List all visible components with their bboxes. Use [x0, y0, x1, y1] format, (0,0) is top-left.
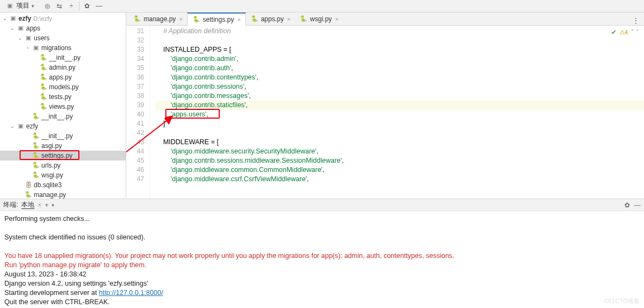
tree-folder-apps[interactable]: ⌄ ▣ apps: [0, 23, 126, 33]
tree-file[interactable]: 🐍views.py: [0, 102, 126, 112]
code-line: # Application definition: [156, 27, 644, 36]
chevron-down-icon: ▾: [32, 3, 34, 9]
close-icon[interactable]: ×: [287, 16, 290, 22]
chevron-right-icon[interactable]: ›: [24, 45, 32, 51]
tree-file-settings[interactable]: 🐍settings.py: [0, 151, 126, 161]
minimize-icon[interactable]: —: [94, 1, 104, 11]
tree-file[interactable]: 🐍asgi.py: [0, 141, 126, 151]
terminal-settings-icon[interactable]: ✿: [624, 201, 630, 209]
terminal-label: 终端:: [3, 200, 18, 210]
close-icon[interactable]: ×: [237, 16, 240, 23]
more-tabs-icon[interactable]: ⋮: [628, 16, 644, 25]
python-icon: 🐍: [32, 112, 40, 121]
terminal-line-warning: Run 'python manage.py migrate' to apply …: [4, 261, 640, 270]
code-line: [156, 128, 644, 138]
editor-area: 🐍manage.py×🐍settings.py×🐍apps.py×🐍wsgi.p…: [126, 13, 644, 199]
project-tree[interactable]: ⌄ ▣ ezfy D:\ezfy ⌄ ▣ apps ⌄ ▣ users ›: [0, 13, 126, 199]
python-icon: 🐍: [32, 132, 40, 140]
close-icon[interactable]: ×: [335, 16, 338, 22]
tree-file[interactable]: 🐍urls.py: [0, 161, 126, 170]
tree-folder-ezfy[interactable]: ⌄ ▣ ezfy: [0, 121, 126, 131]
tree-root[interactable]: ⌄ ▣ ezfy D:\ezfy: [0, 14, 126, 23]
editor-tab-bar: 🐍manage.py×🐍settings.py×🐍apps.py×🐍wsgi.p…: [126, 13, 644, 26]
annotation-box: [20, 150, 79, 160]
folder-icon: ▣: [5, 2, 14, 10]
add-terminal-icon[interactable]: +: [45, 201, 48, 209]
python-icon: 🐍: [39, 83, 48, 91]
code-view[interactable]: ✔ ⚠4 ˆ ˇ # Application definition INSTAL…: [150, 26, 644, 199]
editor-body[interactable]: 3132333435363738394041424344454647 ✔ ⚠4 …: [126, 26, 644, 199]
line-gutter: 3132333435363738394041424344454647: [126, 26, 150, 199]
code-line: 'django.contrib.sessions.middleware.Sess…: [156, 156, 644, 165]
python-icon: 🐍: [32, 171, 40, 180]
tree-folder-users[interactable]: ⌄ ▣ users: [0, 33, 126, 43]
inspection-badge[interactable]: ✔ ⚠4 ˆ ˇ: [611, 28, 639, 37]
python-icon: 🐍: [39, 73, 48, 82]
editor-tab[interactable]: 🐍wsgi.py×: [295, 13, 343, 25]
folder-icon: ▣: [16, 24, 25, 33]
code-line: 'django.contrib.staticfiles',: [156, 101, 644, 110]
tree-file[interactable]: 🐍tests.py: [0, 92, 126, 102]
tree-file[interactable]: 🐍manage.py: [0, 190, 126, 199]
code-line: 'django.contrib.contenttypes',: [156, 73, 644, 82]
python-icon: 🐍: [39, 53, 48, 62]
tree-file[interactable]: 🐍__init__.py: [0, 53, 126, 63]
python-icon: 🐍: [39, 102, 48, 111]
tab-label: manage.py: [144, 15, 176, 23]
terminal-panel: 终端: 本地 × + ▾ ✿ — Performing system check…: [0, 199, 644, 308]
code-line: ]: [156, 119, 644, 128]
code-line: 'django.contrib.sessions',: [156, 82, 644, 91]
separator: [79, 2, 79, 10]
code-line: 'apps.users',: [156, 110, 644, 119]
python-icon: 🐍: [299, 15, 308, 23]
tree-folder-migrations[interactable]: › ▣ migrations: [0, 43, 126, 53]
editor-tab[interactable]: 🐍apps.py×: [246, 13, 295, 25]
terminal-line: System check identified no issues (0 sil…: [4, 233, 640, 242]
chevron-up-icon[interactable]: ˆ: [631, 28, 634, 37]
terminal-minimize-icon[interactable]: —: [634, 201, 641, 209]
tab-label: wsgi.py: [310, 15, 332, 23]
editor-tab[interactable]: 🐍manage.py×: [128, 13, 187, 25]
chevron-down-icon[interactable]: ⌄: [1, 16, 9, 21]
tree-file[interactable]: 🐍__init__.py: [0, 131, 126, 141]
code-line: 'django.middleware.security.SecurityMidd…: [156, 147, 644, 156]
chevron-down-icon[interactable]: ⌄: [16, 35, 24, 41]
python-icon: 🐍: [32, 161, 40, 170]
python-icon: 🐍: [133, 15, 141, 23]
settings-icon[interactable]: ✿: [82, 1, 92, 11]
chevron-down-icon[interactable]: ▾: [52, 202, 54, 208]
expand-icon[interactable]: ⇆: [54, 1, 65, 11]
close-icon[interactable]: ×: [179, 16, 182, 22]
tree-file[interactable]: 🐍wsgi.py: [0, 170, 126, 180]
code-line: 'django.middleware.common.CommonMiddlewa…: [156, 165, 644, 175]
tab-label: settings.py: [203, 16, 234, 23]
terminal-line-warning: You have 18 unapplied migration(s). Your…: [4, 251, 640, 261]
code-line: [156, 36, 644, 45]
server-url-link[interactable]: http://127.0.0.1:8000/: [99, 289, 163, 297]
tree-file[interactable]: 🐍apps.py: [0, 72, 126, 82]
database-icon: 🗄: [24, 181, 33, 189]
code-line: 'django.contrib.admin',: [156, 54, 644, 64]
tab-label: apps.py: [261, 15, 284, 23]
code-line: 'django.contrib.auth',: [156, 64, 644, 73]
close-icon[interactable]: ×: [38, 201, 41, 209]
terminal-header: 终端: 本地 × + ▾ ✿ —: [0, 199, 644, 211]
tree-file[interactable]: 🐍__init__.py: [0, 112, 126, 121]
target-icon[interactable]: ◎: [42, 1, 53, 11]
folder-icon: ▣: [32, 44, 40, 52]
code-line: INSTALLED_APPS = [: [156, 45, 644, 54]
divide-icon[interactable]: ÷: [66, 1, 77, 11]
tree-file[interactable]: 🐍models.py: [0, 82, 126, 92]
project-dropdown[interactable]: ▣ 项目 ▾: [2, 1, 38, 10]
terminal-output[interactable]: Performing system checks... System check…: [0, 211, 644, 308]
chevron-down-icon[interactable]: ⌄: [9, 26, 16, 31]
watermark: ©51CTO博客: [604, 297, 640, 306]
editor-tab[interactable]: 🐍settings.py×: [187, 13, 246, 26]
chevron-down-icon[interactable]: ⌄: [9, 124, 16, 129]
project-label: 项目: [16, 1, 29, 10]
tree-file[interactable]: 🐍admin.py: [0, 63, 126, 72]
chevron-down-icon[interactable]: ˇ: [636, 28, 639, 37]
tree-file[interactable]: 🗄db.sqlite3: [0, 180, 126, 190]
terminal-tab-local[interactable]: 本地: [21, 200, 34, 210]
python-icon: 🐍: [192, 15, 201, 24]
